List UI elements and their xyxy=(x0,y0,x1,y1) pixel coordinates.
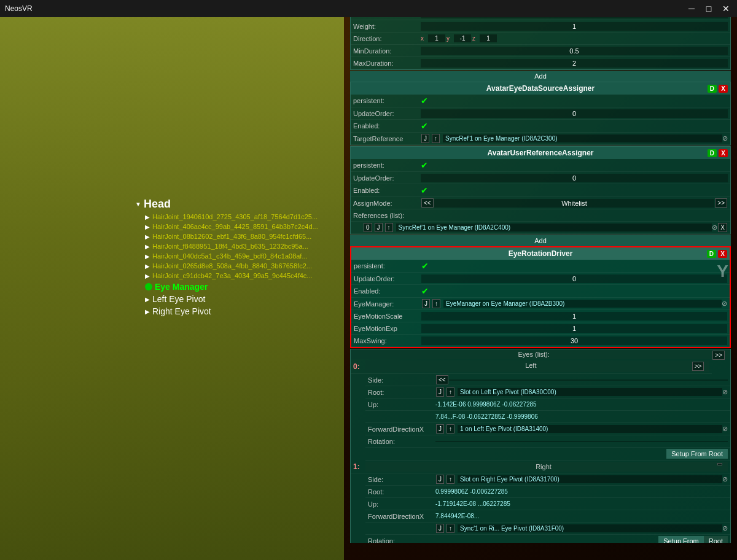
field-value[interactable] xyxy=(435,441,728,442)
d-button[interactable]: D xyxy=(707,250,716,258)
field-label: persistent: xyxy=(354,262,421,270)
side-prev[interactable]: << xyxy=(436,375,448,384)
index-label: 0: xyxy=(353,362,365,371)
app-title: NeosVR xyxy=(5,4,33,13)
null-icon[interactable]: ⊘ xyxy=(712,224,717,231)
nav-j-btn[interactable]: J xyxy=(436,524,444,533)
null-icon[interactable]: ⊘ xyxy=(722,300,727,308)
root-label: Root xyxy=(704,536,728,543)
coord-value: 7.844942E-08... xyxy=(435,513,479,519)
node-label: HairJoint_406ac4cc_99ab_4425_8591_64b3b7… xyxy=(152,223,318,230)
field-up2: 7.84...F-08 -0.06227285Z -0.9999806 xyxy=(365,411,730,423)
null-icon[interactable]: ⊘ xyxy=(722,475,728,483)
nav-0-btn[interactable]: 0 xyxy=(364,223,372,232)
eyes-expand-btn[interactable]: >> xyxy=(712,351,725,360)
z-label: z xyxy=(472,35,478,42)
eye-manager-item[interactable]: Eye Manager xyxy=(145,281,318,293)
nav-j-btn[interactable]: J xyxy=(375,223,383,232)
setup-from-root-button[interactable]: Setup From Root xyxy=(666,449,728,459)
null-icon[interactable]: ⊘ xyxy=(722,524,728,532)
field-label: Enabled: xyxy=(354,287,421,295)
nav-j-btn[interactable]: J xyxy=(436,475,444,484)
null-icon[interactable]: ⊘ xyxy=(722,425,728,433)
nav-up-btn[interactable]: ↑ xyxy=(385,223,393,232)
nav-up-btn[interactable]: ↑ xyxy=(432,134,440,143)
node-label: HairJoint_c91dcb42_7e3a_4034_99a5_9c445c… xyxy=(152,272,313,279)
field-row-assignmode: AssignMode: << Whitelist >> xyxy=(351,197,730,209)
field-value[interactable] xyxy=(449,379,728,381)
node-label: HairJoint_08b12602_ebf1_43f6_8a80_954fc1… xyxy=(152,233,311,240)
head-label[interactable]: Head xyxy=(144,198,171,211)
minimize-button[interactable]: ─ xyxy=(685,4,698,14)
check-icon: ✔ xyxy=(421,160,428,170)
field-row-updateorder: UpdateOrder: 0 xyxy=(351,273,730,285)
list-item[interactable]: ▶ Left Eye Pivot xyxy=(145,293,318,305)
coord-value: -1.719142E-08 ...06227285 xyxy=(435,500,510,507)
null-icon[interactable]: ⊘ xyxy=(722,388,728,396)
close-button[interactable]: ✕ xyxy=(720,4,732,14)
nav-arrows: J ↑ xyxy=(435,524,455,533)
field-value[interactable]: 0 xyxy=(421,174,728,182)
nav-up-btn[interactable]: ↑ xyxy=(432,299,440,308)
nav-j-btn[interactable]: J xyxy=(436,424,444,434)
d-button[interactable]: D xyxy=(708,85,717,93)
field-label: Direction: xyxy=(353,35,421,42)
nav-up-btn[interactable]: ↑ xyxy=(446,524,454,533)
field-value[interactable]: 1 xyxy=(421,324,727,333)
check-icon: ✔ xyxy=(421,286,429,296)
mode-next-btn[interactable]: >> xyxy=(715,198,727,208)
assignmode-value[interactable]: Whitelist xyxy=(434,199,715,208)
list-item[interactable]: ▶ HairJoint_1940610d_2725_4305_af18_7564… xyxy=(145,212,318,222)
nav-j-btn[interactable]: J xyxy=(436,387,444,397)
node-label: HairJoint_040dc5a1_c34b_459e_bdf0_84c1a0… xyxy=(152,252,308,260)
maximize-button[interactable]: □ xyxy=(703,4,715,14)
x-button[interactable]: X xyxy=(719,85,728,93)
list-item[interactable]: ▶ HairJoint_0265d8e8_508a_4fbb_8840_3b67… xyxy=(145,261,318,271)
field-value[interactable]: 0 xyxy=(421,109,728,118)
field-label: UpdateOrder: xyxy=(353,110,421,117)
nav-j-btn[interactable]: J xyxy=(422,299,430,308)
remove-btn[interactable]: X xyxy=(718,223,727,232)
field-value[interactable]: 2 xyxy=(421,59,728,68)
null-icon[interactable]: ⊘ xyxy=(722,134,728,142)
list-item[interactable]: ▶ Right Eye Pivot xyxy=(145,305,318,317)
field-value[interactable]: 1 xyxy=(421,22,728,31)
list-item[interactable]: ▶ HairJoint_040dc5a1_c34b_459e_bdf0_84c1… xyxy=(145,251,318,261)
nav-up-btn[interactable]: ↑ xyxy=(446,424,454,434)
arrow-icon: ▶ xyxy=(145,263,150,270)
left-expand-btn[interactable]: >> xyxy=(692,362,704,371)
add-button-2[interactable]: Add xyxy=(350,235,731,246)
x-value[interactable]: 1 xyxy=(428,34,445,42)
z-value[interactable]: 1 xyxy=(480,34,497,42)
nav-up-btn[interactable]: ↑ xyxy=(446,387,454,397)
field-label: UpdateOrder: xyxy=(354,275,421,282)
field-rotation-r: Rotation: Setup From Root xyxy=(365,535,730,543)
list-item[interactable]: ▶ HairJoint_f8488951_18f4_4bd3_b635_1232… xyxy=(145,241,318,251)
field-row-enabled: Enabled: ✔ xyxy=(351,285,730,298)
d-button[interactable]: D xyxy=(708,149,717,157)
node-label: HairJoint_0265d8e8_508a_4fbb_8840_3b6765… xyxy=(152,262,312,270)
list-item[interactable]: ▶ HairJoint_08b12602_ebf1_43f6_8a80_954f… xyxy=(145,231,318,241)
list-item[interactable]: ▶ HairJoint_c91dcb42_7e3a_4034_99a5_9c44… xyxy=(145,271,318,281)
mode-prev-btn[interactable]: << xyxy=(421,198,434,208)
add-button-1[interactable]: Add xyxy=(350,71,731,82)
component-title: AvatarEyeDataSourceAssigner xyxy=(486,84,595,93)
x-button[interactable]: X xyxy=(719,149,728,157)
index-1-label-row: 1: Right xyxy=(351,461,730,473)
field-label: Enabled: xyxy=(353,187,421,194)
field-value[interactable]: 1 xyxy=(421,312,727,321)
field-label: EyeMotionExp xyxy=(354,325,421,332)
nav-up-btn[interactable]: ↑ xyxy=(446,475,454,484)
field-value[interactable]: 0 xyxy=(421,274,727,283)
nav-j-btn[interactable]: J xyxy=(421,134,429,143)
right-expand-btn[interactable] xyxy=(717,463,722,465)
field-row-updateorder: UpdateOrder: 0 xyxy=(351,172,730,184)
coord-value: 0.9999806Z -0.006227285 xyxy=(435,488,508,495)
y-value[interactable]: -1 xyxy=(454,34,471,42)
setup-from-button[interactable]: Setup From xyxy=(658,536,703,543)
field-value[interactable]: 30 xyxy=(421,336,727,345)
field-value[interactable]: 0.5 xyxy=(421,47,728,55)
x-button[interactable]: X xyxy=(718,250,727,258)
list-item[interactable]: ▶ HairJoint_406ac4cc_99ab_4425_8591_64b3… xyxy=(145,222,318,231)
field-label: persistent: xyxy=(353,161,421,169)
